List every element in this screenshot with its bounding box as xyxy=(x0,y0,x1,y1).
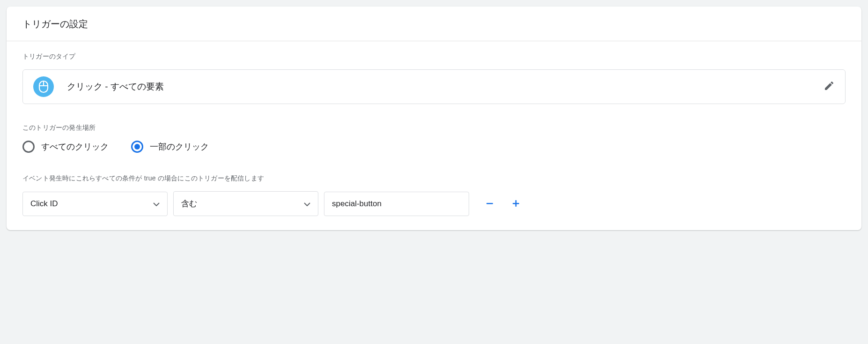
chevron-down-icon xyxy=(153,199,160,209)
fire-on-radio-group: すべてのクリック 一部のクリック xyxy=(22,141,846,153)
chevron-down-icon xyxy=(304,199,310,209)
condition-variable-value: Click ID xyxy=(30,199,58,209)
condition-operator-value: 含む xyxy=(181,198,197,209)
trigger-type-value: クリック - すべての要素 xyxy=(67,81,824,93)
condition-operator-select[interactable]: 含む xyxy=(173,191,318,216)
svg-rect-5 xyxy=(515,200,517,207)
mouse-click-icon xyxy=(33,76,54,97)
trigger-config-card: トリガーの設定 トリガーのタイプ クリック - すべての要素 このトリガーの発生… xyxy=(7,7,861,230)
pencil-icon[interactable] xyxy=(824,80,835,93)
radio-some-clicks-label: 一部のクリック xyxy=(150,141,209,152)
radio-some-clicks[interactable]: 一部のクリック xyxy=(131,141,209,153)
card-body: トリガーのタイプ クリック - すべての要素 このトリガーの発生場所 すべてのク xyxy=(7,41,861,230)
condition-value-input[interactable]: special-button xyxy=(324,192,469,216)
trigger-type-selector[interactable]: クリック - すべての要素 xyxy=(22,69,846,104)
condition-value-text: special-button xyxy=(332,199,382,209)
radio-icon xyxy=(22,141,35,153)
condition-row-actions xyxy=(483,198,522,210)
fire-on-section-label: このトリガーの発生場所 xyxy=(22,124,846,132)
radio-dot-icon xyxy=(134,144,140,150)
remove-condition-button[interactable] xyxy=(483,198,496,210)
radio-all-clicks[interactable]: すべてのクリック xyxy=(22,141,109,153)
add-condition-button[interactable] xyxy=(509,198,522,210)
condition-variable-select[interactable]: Click ID xyxy=(22,192,168,216)
svg-rect-3 xyxy=(486,203,493,204)
card-title: トリガーの設定 xyxy=(7,7,861,41)
conditions-section-label: イベント発生時にこれらすべての条件が true の場合にこのトリガーを配信します xyxy=(22,174,846,183)
condition-row: Click ID 含む special-button xyxy=(22,191,846,216)
radio-icon xyxy=(131,141,143,153)
radio-all-clicks-label: すべてのクリック xyxy=(41,141,109,152)
trigger-type-section-label: トリガーのタイプ xyxy=(22,52,846,61)
